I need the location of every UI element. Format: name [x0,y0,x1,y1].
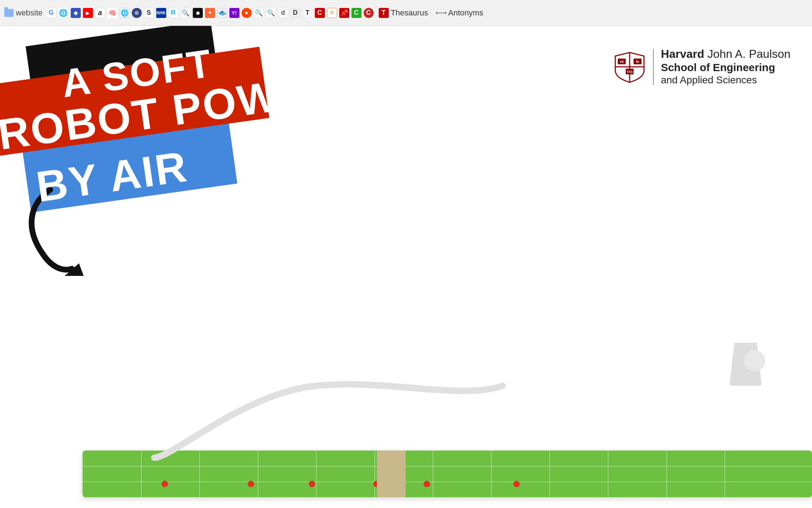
page-content: A SOFT ROBOT POWERED BY AIR [0,26,812,508]
bookmark-brain[interactable]: 🧠 [107,8,117,18]
harvard-text-block: Harvard John A. Paulson School of Engine… [661,47,790,86]
bookmark-globe2[interactable]: 🌐 [120,8,130,18]
svg-text:TAS: TAS [626,70,633,74]
robot-dot-5 [424,481,430,487]
bookmark-c3[interactable]: C [364,8,374,18]
bookmark-translate[interactable]: 🌐 [59,8,69,18]
svg-marker-2 [444,11,446,14]
svg-text:VE: VE [620,60,624,64]
bookmark-yahoo[interactable]: Y! [229,8,239,18]
bookmark-amazon[interactable]: a [95,8,105,18]
browser-toolbar: website G 🌐 ◆ ▶ a 🧠 🌐 ⊕ S NHK R 🔍 ⏺ ✦ 🐟 [0,0,812,26]
robot-dot-1 [162,481,168,487]
bookmark-s[interactable]: S [144,8,154,18]
robot-dot-6 [513,481,520,487]
folder-icon [4,9,14,17]
harvard-school: School of Engineering [661,61,790,74]
logo-divider [653,49,654,85]
bookmark-diamond[interactable]: ◆ [71,8,81,18]
bookmark-rec[interactable]: ⏺ [193,8,203,18]
bookmark-d[interactable]: d [278,8,288,18]
bookmark-reddit[interactable]: ● [242,8,252,18]
bookmark-c1[interactable]: C [315,8,325,18]
bookmark-rings[interactable]: ⊕ [132,8,142,18]
harvard-shield-icon: VE RI TAS [613,51,646,83]
bookmark-stack[interactable]: ≡ [327,8,337,18]
antonyms-bookmark[interactable]: Antonyms [433,6,486,19]
svg-marker-1 [436,11,438,14]
folder-label: website [16,8,43,18]
thesaurus-bookmark[interactable]: T Thesaurus [376,6,431,19]
robot-dot-3 [309,481,315,487]
bookmark-t-circle[interactable]: T [303,8,313,18]
harvard-applied: and Applied Sciences [661,74,790,86]
bookmark-gem[interactable]: ✦ [205,8,215,18]
bookmark-dict[interactable]: D [290,8,300,18]
harvard-name: Harvard John A. Paulson [661,47,790,61]
bookmark-google[interactable]: G [46,8,56,18]
robot-dot-2 [248,481,254,487]
bookmark-nhk[interactable]: NHK [156,8,166,18]
bookmark-youtube[interactable]: ▶ [83,8,93,18]
bookmark-fish[interactable]: 🐟 [217,8,227,18]
bookmark-search1[interactable]: 🔍 [181,8,191,18]
bookmark-search3[interactable]: 🔍 [266,8,276,18]
svg-text:RI: RI [636,60,639,64]
bookmark-search2[interactable]: 🔍 [254,8,264,18]
robot-tube-svg [136,357,531,465]
bookmark-c2[interactable]: C [351,8,361,18]
title-graphic: A SOFT ROBOT POWERED BY AIR [0,26,273,320]
thesaurus-icon: T [379,8,389,18]
robot-image [65,328,812,508]
antonyms-label: Antonyms [448,8,484,18]
bookmark-r[interactable]: R [168,8,178,18]
antonyms-icon [436,8,446,18]
robot-connector-head [744,350,765,371]
thesaurus-label: Thesaurus [391,8,428,18]
bookmark-pin[interactable]: 📌 [339,8,349,18]
harvard-logo: VE RI TAS Harvard John A. Paulson School… [613,47,790,86]
